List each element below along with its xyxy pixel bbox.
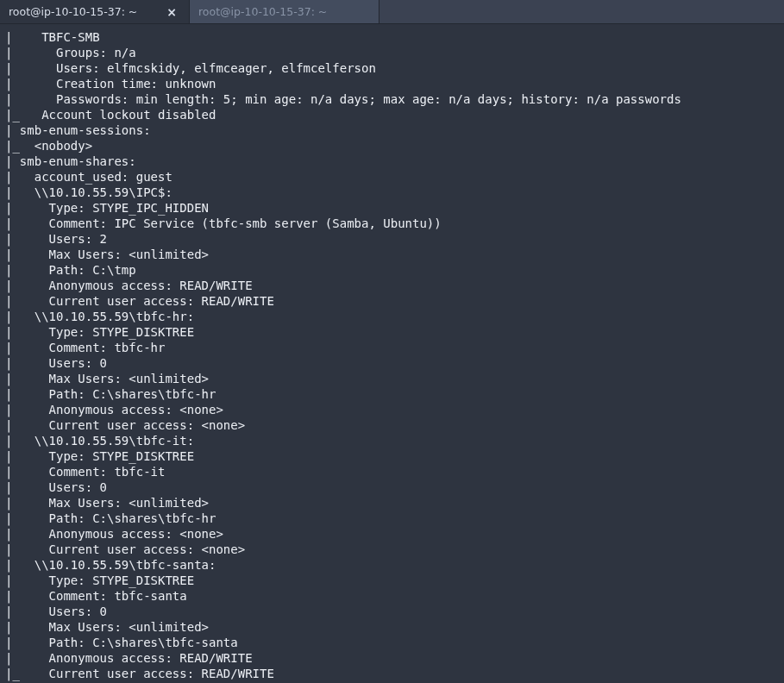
terminal-output[interactable]: | TBFC-SMB | Groups: n/a | Users: elfmcs… [0,24,784,683]
tab-terminal-1[interactable]: root@ip-10-10-15-37: ~ × [0,0,190,23]
tab-label: root@ip-10-10-15-37: ~ [198,5,327,18]
close-icon[interactable]: × [163,4,180,20]
tab-label: root@ip-10-10-15-37: ~ [9,5,137,18]
tab-bar: root@ip-10-10-15-37: ~ × root@ip-10-10-1… [0,0,784,24]
tab-terminal-2[interactable]: root@ip-10-10-15-37: ~ [190,0,379,23]
